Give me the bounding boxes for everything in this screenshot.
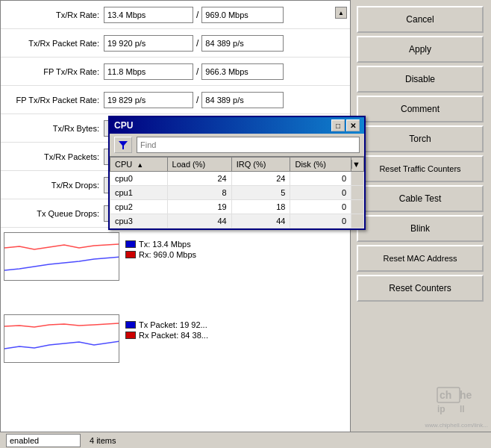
col-disk[interactable]: Disk (%) (290, 158, 351, 172)
table-scroll-button[interactable]: ▼ (351, 160, 363, 169)
cpu-disk-cell: 0 (290, 172, 351, 186)
txrx-rate-value2[interactable] (201, 7, 284, 23)
txrx-rate-value1[interactable] (104, 7, 193, 23)
cpu-irq-cell: 18 (231, 200, 290, 214)
table-header-row: CPU ▲ Load (%) IRQ (%) Disk (%) ▼ (110, 158, 364, 172)
rx-packet-legend: Rx Packet: 84 38... (125, 331, 208, 340)
tx-queue-drops-label: Tx Queue Drops: (7, 209, 104, 218)
svg-text:he: he (460, 389, 472, 401)
table-row: cpu2 19 18 0 (110, 200, 364, 214)
cpu-irq-cell: 44 (231, 214, 290, 228)
sort-icon: ▲ (137, 161, 143, 169)
txrx-bytes-label: Tx/Rx Bytes: (7, 124, 104, 133)
dialog-title: CPU (114, 120, 331, 131)
table-row: cpu3 44 44 0 (110, 214, 364, 228)
cpu-table-body: cpu0 24 24 0 cpu1 8 5 0 cpu2 19 18 0 cpu… (110, 172, 364, 228)
cpu-disk-cell: 0 (290, 214, 351, 228)
fp-txrx-rate-value1[interactable] (104, 63, 193, 80)
txrx-packet-rate-value2[interactable] (201, 35, 284, 52)
svg-text:ch: ch (440, 389, 451, 401)
tx-legend-label: Tx: 13.4 Mbps (139, 240, 191, 249)
blink-button[interactable]: Blink (357, 215, 484, 242)
reset-traffic-button[interactable]: Reset Traffic Counters (357, 155, 484, 182)
col-irq[interactable]: IRQ (%) (231, 158, 290, 172)
fp-txrx-packet-rate-value2[interactable] (201, 92, 284, 108)
txrx-drops-label: Tx/Rx Drops: (7, 181, 104, 190)
tx-packet-legend: Tx Packet: 19 92... (125, 320, 208, 329)
item-count-label: 4 items (90, 436, 116, 445)
cpu-table: CPU ▲ Load (%) IRQ (%) Disk (%) ▼ cpu0 2… (110, 157, 364, 228)
tx-packet-color (125, 321, 136, 329)
cpu-dialog: CPU □ ✕ CPU ▲ Load (108, 116, 366, 230)
status-enabled-text: enabled (10, 436, 39, 445)
svg-text:ll: ll (460, 404, 465, 414)
rx-color (125, 251, 136, 258)
rx-packet-color (125, 332, 136, 339)
watermark-url: www.chiphell.com/link... (425, 422, 488, 429)
tx-rx-packet-rate-graph (4, 314, 119, 363)
cancel-button[interactable]: Cancel (357, 6, 484, 33)
dialog-close-button[interactable]: ✕ (346, 119, 360, 131)
right-button-panel: Cancel Apply Disable Comment Torch Reset… (351, 0, 491, 433)
cpu-name-cell: cpu0 (110, 172, 168, 186)
dialog-title-buttons: □ ✕ (331, 119, 360, 131)
stat-row-fp-txrx-packet-rate: FP Tx/Rx Packet Rate: / (1, 86, 350, 114)
chip-logo: ch ip he ll (436, 384, 488, 420)
svg-marker-0 (119, 141, 128, 149)
stat-row-fp-txrx-rate: FP Tx/Rx Rate: / (1, 57, 350, 86)
txrx-rate-label: Tx/Rx Rate: (7, 10, 104, 19)
main-panel: ▲ Tx/Rx Rate: / Tx/Rx Packet Rate: / FP … (0, 0, 491, 448)
dialog-toolbar (110, 134, 364, 157)
cpu-load-cell: 24 (167, 172, 231, 186)
col-cpu[interactable]: CPU ▲ (110, 158, 168, 172)
table-row: cpu0 24 24 0 (110, 172, 364, 186)
cpu-load-cell: 44 (167, 214, 231, 228)
reset-mac-button[interactable]: Reset MAC Address (357, 245, 484, 272)
cpu-name-cell: cpu3 (110, 214, 168, 228)
svg-text:ip: ip (437, 404, 445, 414)
tx-legend: Tx: 13.4 Mbps (125, 240, 196, 249)
rx-packet-legend-label: Rx Packet: 84 38... (139, 331, 208, 340)
filter-icon (118, 140, 128, 150)
disable-button[interactable]: Disable (357, 66, 484, 93)
status-enabled-field: enabled (6, 434, 81, 447)
cpu-disk-cell: 0 (290, 186, 351, 200)
cpu-irq-cell: 5 (231, 186, 290, 200)
comment-button[interactable]: Comment (357, 96, 484, 122)
cpu-load-cell: 8 (167, 186, 231, 200)
stat-row-txrx-packet-rate: Tx/Rx Packet Rate: / (1, 29, 350, 57)
cpu-table-container: CPU ▲ Load (%) IRQ (%) Disk (%) ▼ cpu0 2… (110, 157, 364, 228)
cpu-disk-cell: 0 (290, 200, 351, 214)
find-input[interactable] (137, 137, 360, 153)
tx-rx-rate-graph (4, 232, 119, 281)
col-scroll: ▼ (351, 158, 364, 172)
fp-txrx-rate-value2[interactable] (201, 63, 284, 80)
fp-txrx-packet-rate-label: FP Tx/Rx Packet Rate: (7, 96, 104, 105)
cpu-name-cell: cpu1 (110, 186, 168, 200)
txrx-packet-rate-value1[interactable] (104, 35, 193, 52)
dialog-restore-button[interactable]: □ (331, 119, 345, 131)
cpu-irq-cell: 24 (231, 172, 290, 186)
tx-packet-legend-label: Tx Packet: 19 92... (139, 320, 207, 329)
status-bar: enabled 4 items (0, 432, 491, 448)
table-row: cpu1 8 5 0 (110, 186, 364, 200)
cpu-load-cell: 19 (167, 200, 231, 214)
rx-legend: Rx: 969.0 Mbps (125, 250, 196, 259)
cable-test-button[interactable]: Cable Test (357, 185, 484, 212)
fp-txrx-rate-label: FP Tx/Rx Rate: (7, 67, 104, 76)
torch-button[interactable]: Torch (357, 125, 484, 152)
txrx-packets-label: Tx/Rx Packets: (7, 152, 104, 161)
rx-legend-label: Rx: 969.0 Mbps (139, 250, 196, 259)
dialog-titlebar: CPU □ ✕ (110, 117, 364, 134)
watermark-area: ch ip he ll www.chiphell.com/link... (425, 384, 488, 429)
cpu-name-cell: cpu2 (110, 200, 168, 214)
col-load[interactable]: Load (%) (167, 158, 231, 172)
reset-counters-button[interactable]: Reset Counters (357, 275, 484, 302)
txrx-packet-rate-label: Tx/Rx Packet Rate: (7, 39, 104, 48)
tx-color (125, 240, 136, 248)
fp-txrx-packet-rate-value1[interactable] (104, 92, 193, 108)
stat-row-txrx-rate: Tx/Rx Rate: / (1, 1, 350, 29)
apply-button[interactable]: Apply (357, 36, 484, 63)
filter-button[interactable] (114, 137, 132, 153)
